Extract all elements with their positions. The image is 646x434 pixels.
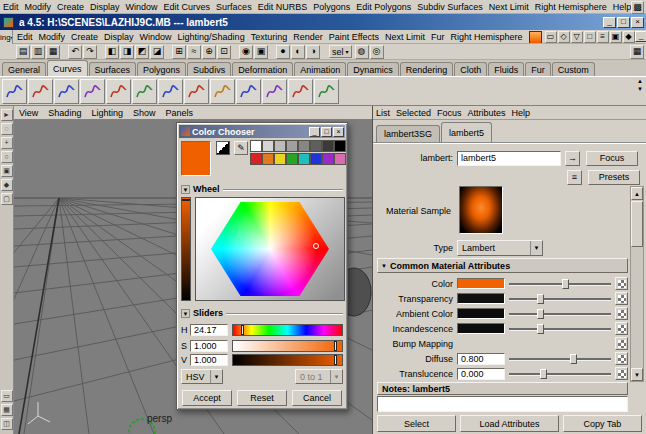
palette-swatch[interactable]	[274, 140, 286, 152]
shelf-tab[interactable]: Surfaces	[89, 62, 137, 76]
shelf-tool-button[interactable]	[132, 79, 157, 104]
shelf-tool-button[interactable]	[262, 79, 287, 104]
menu-item[interactable]: Texturing	[248, 32, 291, 42]
presets-button[interactable]: Presets	[588, 170, 640, 185]
shelf-tool-button[interactable]	[2, 79, 27, 104]
sliders-section-header[interactable]: ▼ Sliders	[181, 307, 343, 319]
palette-swatch[interactable]	[274, 153, 286, 165]
highlight-select-icon[interactable]: ◎	[370, 45, 384, 59]
plugin-toolbar-icon[interactable]: ◆	[623, 31, 635, 43]
palette-swatch[interactable]	[262, 140, 274, 152]
child-minimize-button[interactable]: _	[635, 31, 646, 42]
menu-item[interactable]: Window	[137, 32, 175, 42]
color-swatch[interactable]	[457, 308, 505, 319]
hue-marker[interactable]	[313, 243, 319, 249]
shelf-tool-button[interactable]	[106, 79, 131, 104]
attribute-slider[interactable]	[509, 368, 611, 380]
layout-icon[interactable]: ▭	[1, 390, 13, 402]
notes-header[interactable]: Notes: lambert5	[377, 382, 628, 395]
shelf-tab[interactable]: Deformation	[232, 62, 293, 76]
menu-item[interactable]: Edit Polygons	[353, 2, 414, 12]
accept-button[interactable]: Accept	[182, 390, 232, 406]
menu-item[interactable]: Edit Curves	[161, 2, 214, 12]
menu-item[interactable]: Selected	[393, 108, 434, 118]
shelf-tab[interactable]: Curves	[47, 60, 88, 76]
material-type-dropdown[interactable]: Lambert ▼	[457, 240, 543, 256]
palette-swatch[interactable]	[286, 140, 298, 152]
titlebar[interactable]: a 4.5: H:\SCENES\LAZHIJ9C.MB --- lambert…	[0, 14, 646, 30]
menu-item[interactable]: Edit	[0, 2, 22, 12]
statusline-icon[interactable]: ⊡	[217, 45, 231, 59]
menu-item[interactable]: Help	[509, 108, 534, 118]
shelf-tool-button[interactable]	[288, 79, 313, 104]
tool-icon[interactable]: ▢	[1, 193, 13, 205]
color-swatch[interactable]	[457, 293, 505, 304]
map-texture-button[interactable]	[615, 367, 628, 380]
dialog-titlebar[interactable]: Color Chooser _ □ ×	[179, 125, 345, 138]
value-slider[interactable]	[232, 354, 343, 366]
shelf-tab[interactable]: Subdivs	[187, 62, 231, 76]
collapse-arrow-icon[interactable]: ▼	[181, 309, 190, 318]
shelf-tab[interactable]: Rendering	[400, 62, 454, 76]
dialog-maximize-button[interactable]: □	[321, 127, 332, 137]
attribute-value-input[interactable]: 0.000	[457, 368, 505, 380]
node-tab[interactable]: lambert3SG	[376, 125, 440, 142]
scrollbar-track[interactable]	[631, 247, 643, 368]
map-texture-button[interactable]	[615, 352, 628, 365]
minimize-button[interactable]: _	[603, 17, 616, 28]
statusline-icon[interactable]: ◪	[150, 45, 164, 59]
plugin-toolbar-icon[interactable]: ▽	[571, 31, 583, 43]
shelf-tool-button[interactable]	[236, 79, 261, 104]
shelf-tool-button[interactable]	[28, 79, 53, 104]
focus-button[interactable]: Focus	[586, 151, 638, 166]
saturation-value-input[interactable]: 1.000	[190, 340, 228, 352]
menu-item[interactable]: Create	[54, 2, 87, 12]
value-gradient-bar[interactable]	[181, 197, 191, 301]
slider-knob[interactable]	[537, 309, 544, 319]
menu-item[interactable]: Modify	[36, 32, 69, 42]
slider-marker[interactable]	[241, 325, 244, 335]
node-tab[interactable]: lambert5	[441, 122, 492, 142]
statusline-icon[interactable]: ◉	[239, 45, 253, 59]
shelf-tab[interactable]: Cloth	[454, 62, 487, 76]
shelf-scroll-up-icon[interactable]: ▲	[637, 78, 643, 84]
map-texture-button[interactable]	[615, 322, 628, 335]
statusline-icon[interactable]: ◑	[306, 45, 320, 59]
tool-icon[interactable]: ◌	[1, 123, 13, 135]
copy-tab-button[interactable]: Copy Tab	[563, 415, 642, 432]
palette-swatch[interactable]	[322, 140, 334, 152]
hue-slider[interactable]	[232, 324, 343, 336]
shelf-menu-icon[interactable]: ▩	[631, 1, 644, 14]
shelf-tab[interactable]: Custom	[552, 62, 595, 76]
tool-icon[interactable]: ►	[1, 109, 13, 121]
color-wheel-hexagon[interactable]	[211, 202, 329, 296]
statusline-icon[interactable]: ⊞	[172, 45, 186, 59]
menu-item[interactable]: Display	[87, 2, 123, 12]
statusline-icon[interactable]: ◧	[105, 45, 119, 59]
statusline-icon[interactable]: ▦	[46, 45, 60, 59]
menu-item[interactable]: Display	[101, 32, 137, 42]
color-swatch[interactable]	[457, 323, 505, 334]
palette-swatch[interactable]	[310, 140, 322, 152]
menu-item[interactable]: Fur	[428, 32, 448, 42]
hue-value-input[interactable]: 24.17	[190, 324, 228, 336]
slider-knob[interactable]	[537, 294, 544, 304]
color-mode-dropdown[interactable]: HSV ▼	[181, 369, 223, 384]
palette-swatch[interactable]	[262, 153, 274, 165]
menu-item[interactable]: Surfaces	[213, 2, 255, 12]
panel-menu-item[interactable]: Lighting	[86, 108, 128, 118]
palette-swatch[interactable]	[334, 140, 346, 152]
sphere-select-icon[interactable]: ◍	[355, 45, 369, 59]
menu-item[interactable]: Edit	[14, 32, 36, 42]
menu-item[interactable]: Right Hemisphere	[448, 32, 526, 42]
palette-swatch[interactable]	[250, 153, 262, 165]
statusline-icon[interactable]: ▥	[31, 45, 45, 59]
collapse-arrow-icon[interactable]: ▼	[181, 185, 190, 194]
menu-item[interactable]: List	[373, 108, 393, 118]
palette-swatch[interactable]	[298, 140, 310, 152]
range-dropdown[interactable]: 0 to 1 ▼	[295, 369, 343, 384]
shelf-tool-button[interactable]	[210, 79, 235, 104]
plugin-toolbar-icon[interactable]: ▣	[610, 31, 622, 43]
common-material-attributes-header[interactable]: ▼ Common Material Attributes	[377, 258, 628, 273]
color-wheel-area[interactable]	[195, 197, 345, 301]
